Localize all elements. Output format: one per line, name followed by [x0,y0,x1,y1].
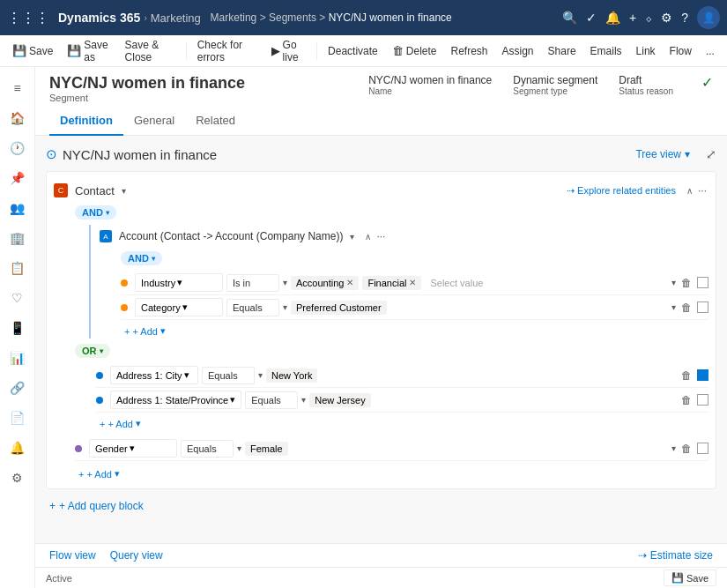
gender-operator-select[interactable]: Equals [181,440,234,458]
sidebar-bell-icon[interactable]: 🔔 [4,434,32,462]
save-as-button[interactable]: 💾 Save as [62,35,115,67]
emails-button[interactable]: Emails [585,41,627,61]
state-checkbox[interactable] [697,394,708,406]
city-field-select[interactable]: Address 1: City ▾ [110,366,198,384]
more-button[interactable]: ... [701,41,720,61]
sidebar-chart-icon[interactable]: 📊 [4,344,32,372]
field-chevron-icon: ▾ [177,277,182,288]
collapse-icon[interactable]: ∧ [686,186,693,196]
go-live-button[interactable]: ▶ Go live [266,35,312,67]
page-title-section: NYC/NJ women in finance Segment [49,74,245,103]
user-avatar[interactable]: 👤 [697,6,720,29]
nested-and-tag[interactable]: AND ▾ [121,251,162,265]
explore-related-link[interactable]: ⇢ Explore related entities [567,185,676,197]
gender-checkbox[interactable] [697,443,708,454]
meta-type: Dynamic segment Segment type [513,74,597,96]
state-operator-select[interactable]: Equals [245,391,298,409]
link-button[interactable]: Link [631,41,661,61]
sidebar-contacts-icon[interactable]: 👥 [4,194,32,222]
sidebar-menu-icon[interactable]: ≡ [4,74,32,102]
deactivate-button[interactable]: Deactivate [323,41,383,61]
or-logic-tag[interactable]: OR ▾ [75,344,110,358]
gender-field-select[interactable]: Gender ▾ [89,439,177,458]
sidebar-heart-icon[interactable]: ♡ [4,284,32,312]
or-group: OR ▾ Address 1: City ▾ Equa [75,344,708,431]
nested-group-account: A Account (Contact -> Account (Company N… [89,225,708,339]
sidebar-home-icon[interactable]: 🏠 [4,104,32,132]
delete-gender-icon[interactable]: 🗑 [679,441,694,457]
or-conditions-group: Address 1: City ▾ Equals ▾ New York 🗑 [96,363,708,431]
category-value-chevron: ▾ [671,302,676,312]
save-button[interactable]: 💾 Save [7,41,58,61]
city-operator-select[interactable]: Equals [202,367,255,384]
refresh-button[interactable]: Refresh [445,41,493,61]
search-icon[interactable]: 🔍 [562,11,577,25]
filter-icon[interactable]: ⬦ [645,11,652,25]
sidebar-link-icon[interactable]: 🔗 [4,374,32,402]
industry-field-select[interactable]: Industry ▾ [135,273,223,292]
sidebar-mobile-icon[interactable]: 📱 [4,314,32,342]
sidebar-settings-icon[interactable]: ⚙ [4,464,32,492]
industry-operator-select[interactable]: Is in [226,274,279,292]
state-field-select[interactable]: Address 1: State/Province ▾ [110,391,241,409]
account-collapse-icon[interactable]: ∧ [365,232,371,242]
share-button[interactable]: Share [543,41,582,61]
tab-related[interactable]: Related [185,108,246,136]
sidebar-recent-icon[interactable]: 🕐 [4,134,32,162]
sidebar-doc-icon[interactable]: 📄 [4,404,32,432]
bell-icon[interactable]: 🔔 [605,11,620,25]
nav-separator-icon [204,13,207,23]
check-errors-button[interactable]: Check for errors [192,35,263,67]
flow-button[interactable]: Flow [664,41,697,61]
condition-state: Address 1: State/Province ▾ Equals ▾ New… [96,388,708,413]
remove-accounting-icon[interactable]: ✕ [346,278,353,287]
delete-industry-icon[interactable]: 🗑 [679,275,694,291]
meta-name-value: NYC/NJ women in finance [368,74,492,86]
main-add-button[interactable]: + + Add ▾ [75,466,123,481]
add-icon[interactable]: + [629,11,636,25]
select-value-placeholder[interactable]: Select value [425,275,488,291]
checkmark-icon[interactable]: ✓ [586,11,597,25]
nav-module[interactable]: Marketing [151,11,201,25]
estimate-size-button[interactable]: ⇢ Estimate size [638,549,713,562]
category-checkbox[interactable] [697,301,708,313]
expand-icon[interactable]: ⤢ [706,147,716,161]
assign-button[interactable]: Assign [497,41,539,61]
entity-more-icon[interactable]: ··· [696,182,708,198]
account-more-icon[interactable]: ··· [375,228,387,244]
query-view-link[interactable]: Query view [110,549,163,562]
sidebar-accounts-icon[interactable]: 🏢 [4,224,32,252]
status-save-button[interactable]: 💾 Save [664,569,716,586]
category-field-select[interactable]: Category ▾ [135,298,223,316]
delete-category-icon[interactable]: 🗑 [679,300,694,316]
value-female: Female [245,442,288,456]
waffle-menu-icon[interactable]: ⋮⋮⋮ [7,10,49,26]
entity-chevron-icon[interactable]: ▾ [122,186,126,196]
sidebar-leads-icon[interactable]: 📋 [4,254,32,282]
and-logic-tag[interactable]: AND ▾ [75,205,116,220]
delete-city-icon[interactable]: 🗑 [679,368,694,383]
remove-financial-icon[interactable]: ✕ [409,278,416,287]
help-icon[interactable]: ? [681,11,688,25]
category-operator-select[interactable]: Equals [226,299,279,316]
city-checkbox[interactable] [697,369,708,381]
or-add-button[interactable]: + + Add ▾ [96,416,145,431]
nested-add-button[interactable]: + + Add ▾ [121,324,169,339]
main-content: NYC/NJ women in finance Segment NYC/NJ w… [35,67,727,588]
condition-dot-state [96,397,103,404]
industry-checkbox[interactable] [697,277,708,288]
category-field-chevron: ▾ [182,301,188,313]
category-op-chevron: ▾ [283,302,287,312]
tree-view-button[interactable]: Tree view ▾ [630,146,695,162]
account-chevron-icon[interactable]: ▾ [350,232,354,242]
delete-state-icon[interactable]: 🗑 [679,392,694,408]
settings-icon[interactable]: ⚙ [661,11,672,25]
add-query-block-button[interactable]: + + Add query block [46,496,716,516]
tab-definition[interactable]: Definition [49,108,123,136]
flow-view-link[interactable]: Flow view [49,549,96,562]
nested-and-group: AND ▾ Industry ▾ Is in [100,251,708,339]
delete-button[interactable]: 🗑 Delete [387,41,442,61]
sidebar-pinned-icon[interactable]: 📌 [4,164,32,192]
save-close-button[interactable]: Save & Close [120,35,181,67]
tab-general[interactable]: General [123,108,185,136]
